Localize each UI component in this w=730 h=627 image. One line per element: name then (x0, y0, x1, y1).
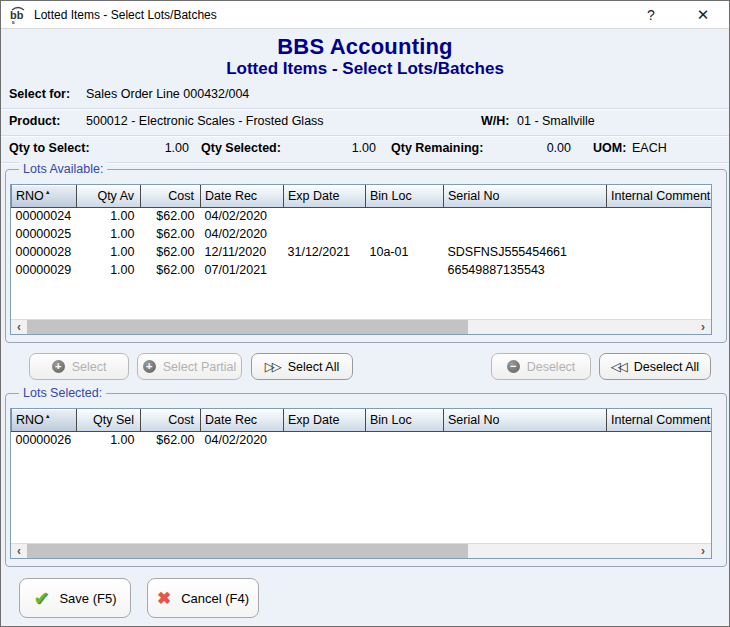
separator (1, 135, 729, 137)
lots-available-group: Lots Available: RNO▲Qty AvCostDate RecEx… (5, 169, 727, 343)
table-row[interactable]: 000000281.00$62.0012/11/202031/12/202110… (12, 243, 712, 261)
column-header[interactable]: Qty Av (77, 185, 141, 207)
column-header[interactable]: Qty Sel (77, 409, 141, 431)
app-logo-icon: bb s (8, 6, 28, 24)
scroll-right-icon[interactable]: › (695, 320, 711, 334)
table-cell (284, 431, 366, 449)
table-cell: 66549887135543 (444, 261, 607, 279)
lots-available-legend: Lots Available: (19, 162, 107, 176)
select-partial-button[interactable]: + Select Partial (137, 353, 242, 380)
column-header[interactable]: Bin Loc (366, 409, 444, 431)
column-header[interactable]: Date Rec (201, 409, 284, 431)
select-partial-button-label: Select Partial (163, 360, 237, 374)
product-label: Product: (9, 114, 60, 128)
plus-circle-icon: + (52, 360, 65, 373)
qty-selected-value: 1.00 (316, 141, 376, 155)
table-cell: 04/02/2020 (201, 431, 284, 449)
select-all-button-label: Select All (288, 360, 339, 374)
table-cell: $62.00 (141, 261, 201, 279)
deselect-button-label: Deselect (527, 360, 576, 374)
warehouse-label: W/H: (481, 114, 509, 128)
scrollbar-thumb[interactable] (27, 544, 468, 558)
qty-to-select-label: Qty to Select: (9, 141, 90, 155)
column-header[interactable]: Cost (141, 185, 201, 207)
scrollbar-track[interactable] (27, 544, 695, 558)
qty-to-select-value: 1.00 (129, 141, 189, 155)
table-cell (444, 225, 607, 243)
select-button[interactable]: + Select (29, 353, 129, 380)
qty-remaining-label: Qty Remaining: (391, 141, 483, 155)
table-cell: $62.00 (141, 207, 201, 225)
help-button[interactable]: ? (631, 1, 671, 29)
column-header[interactable]: Bin Loc (366, 185, 444, 207)
minus-circle-icon: − (507, 360, 520, 373)
table-row[interactable]: 000000261.00$62.0004/02/2020 (12, 431, 712, 449)
column-header[interactable]: Exp Date (284, 409, 366, 431)
table-cell: $62.00 (141, 431, 201, 449)
qty-selected-label: Qty Selected: (201, 141, 281, 155)
sort-ascending-icon: ▲ (45, 189, 51, 195)
lots-selected-grid[interactable]: RNO▲Qty SelCostDate RecExp DateBin LocSe… (10, 408, 712, 559)
double-right-arrow-icon: ▷▷ (265, 359, 279, 374)
column-header[interactable]: Serial No (444, 185, 607, 207)
save-button[interactable]: ✔ Save (F5) (19, 578, 131, 618)
horizontal-scrollbar[interactable]: ‹ › (11, 543, 711, 558)
column-header[interactable]: Date Rec (201, 185, 284, 207)
column-header[interactable]: RNO▲ (12, 185, 77, 207)
lots-available-grid[interactable]: RNO▲Qty AvCostDate RecExp DateBin LocSer… (10, 184, 712, 335)
cancel-button[interactable]: ✖ Cancel (F4) (147, 578, 259, 618)
cross-icon: ✖ (157, 588, 171, 609)
table-cell: 00000029 (12, 261, 77, 279)
table-cell: 10a-01 (366, 243, 444, 261)
table-row[interactable]: 000000291.00$62.0007/01/2021665498871355… (12, 261, 712, 279)
column-header[interactable]: Serial No (444, 409, 607, 431)
table-cell: 04/02/2020 (201, 207, 284, 225)
save-button-label: Save (F5) (59, 591, 116, 606)
table-header-row: RNO▲Qty AvCostDate RecExp DateBin LocSer… (12, 185, 712, 207)
plus-circle-icon: + (143, 360, 156, 373)
select-button-label: Select (72, 360, 107, 374)
table-cell (444, 207, 607, 225)
table-empty-area (11, 279, 711, 319)
table-cell (607, 431, 712, 449)
cancel-button-label: Cancel (F4) (181, 591, 249, 606)
scrollbar-thumb[interactable] (27, 320, 468, 334)
table-row[interactable]: 000000241.00$62.0004/02/2020 (12, 207, 712, 225)
column-header[interactable]: RNO▲ (12, 409, 77, 431)
table-cell: 00000028 (12, 243, 77, 261)
select-all-button[interactable]: ▷▷ Select All (251, 353, 353, 380)
scrollbar-track[interactable] (27, 320, 695, 334)
close-icon[interactable]: ✕ (683, 1, 723, 29)
sort-ascending-icon: ▲ (45, 413, 51, 419)
table-cell (444, 431, 607, 449)
table-cell: 00000024 (12, 207, 77, 225)
column-header[interactable]: Internal Comment (607, 185, 712, 207)
select-for-value: Sales Order Line 000432/004 (86, 87, 249, 101)
column-header[interactable]: Exp Date (284, 185, 366, 207)
lots-available-table[interactable]: RNO▲Qty AvCostDate RecExp DateBin LocSer… (11, 185, 711, 279)
warehouse-value: 01 - Smallville (517, 114, 595, 128)
table-header-row: RNO▲Qty SelCostDate RecExp DateBin LocSe… (12, 409, 712, 431)
lots-selected-legend: Lots Selected: (19, 386, 106, 400)
table-cell (284, 207, 366, 225)
lots-selected-table[interactable]: RNO▲Qty SelCostDate RecExp DateBin LocSe… (11, 409, 711, 449)
scroll-left-icon[interactable]: ‹ (11, 320, 27, 334)
column-header[interactable]: Cost (141, 409, 201, 431)
table-cell (607, 225, 712, 243)
dialog-window: bb s Lotted Items - Select Lots/Batches … (0, 0, 730, 627)
column-header[interactable]: Internal Comment (607, 409, 712, 431)
deselect-button[interactable]: − Deselect (491, 353, 591, 380)
table-cell (284, 225, 366, 243)
horizontal-scrollbar[interactable]: ‹ › (11, 319, 711, 334)
scroll-left-icon[interactable]: ‹ (11, 544, 27, 558)
title-bar[interactable]: bb s Lotted Items - Select Lots/Batches … (1, 1, 729, 29)
scroll-right-icon[interactable]: › (695, 544, 711, 558)
table-empty-area (11, 449, 711, 543)
table-row[interactable]: 000000251.00$62.0004/02/2020 (12, 225, 712, 243)
deselect-all-button[interactable]: ◁◁ Deselect All (599, 353, 711, 380)
table-cell: $62.00 (141, 243, 201, 261)
table-cell: 04/02/2020 (201, 225, 284, 243)
window-title: Lotted Items - Select Lots/Batches (34, 8, 217, 22)
table-cell: 31/12/2021 (284, 243, 366, 261)
deselect-all-button-label: Deselect All (634, 360, 699, 374)
